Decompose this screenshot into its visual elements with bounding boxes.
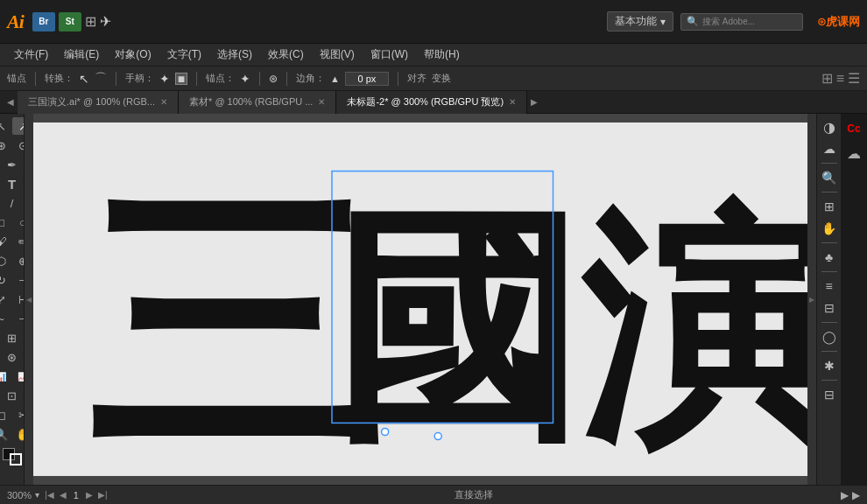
pencil-tool[interactable]: ✏ [12, 233, 25, 250]
ellipse-tool[interactable]: ○ [12, 214, 25, 231]
paintbrush-tool[interactable]: 🖌 [0, 233, 11, 250]
bar-graph-tool[interactable]: 📈 [12, 368, 25, 385]
adobe-icon2[interactable]: ☁ [842, 142, 865, 164]
color-icon[interactable]: ◑ [820, 117, 839, 136]
option-icon5[interactable]: ⊛ [269, 73, 278, 85]
menu-edit[interactable]: 编辑(E) [57, 46, 106, 64]
far-right-panel: Cc ☁ [841, 114, 867, 485]
width-tool[interactable]: ⊣ [12, 310, 25, 327]
search-panel-icon[interactable]: 🔍 [820, 168, 839, 187]
right-sep4 [821, 271, 837, 272]
page-prev[interactable]: ◀ [60, 490, 67, 500]
status-arrow[interactable]: ▶ [841, 489, 849, 501]
blob-tool[interactable]: ⊕ [12, 252, 25, 270]
cc-icon[interactable]: Cc [842, 117, 865, 140]
warp-tool[interactable]: ~ [0, 310, 11, 327]
panel-icon2[interactable]: ≡ [836, 71, 844, 87]
handle-icon2[interactable]: ■ [175, 73, 187, 85]
tabs-bar: ◀ 三国演义.ai* @ 100% (RGB... ✕ 素材* @ 100% (… [0, 91, 867, 114]
page-next[interactable]: ▶ [86, 490, 93, 500]
tab-untitled[interactable]: 未标题-2* @ 300% (RGB/GPU 预览) ✕ [336, 91, 527, 114]
tab-untitled-close[interactable]: ✕ [509, 97, 516, 107]
search-bar[interactable]: 🔍 搜索 Adobe... [680, 13, 803, 31]
workspace-selector[interactable]: 基本功能 ▾ [607, 11, 673, 32]
menu-select[interactable]: 选择(S) [210, 46, 259, 64]
club-icon[interactable]: ♣ [820, 248, 839, 267]
stock-icon[interactable]: St [59, 12, 81, 32]
tab-sucai[interactable]: 素材* @ 100% (RGB/GPU ... ✕ [179, 91, 336, 114]
canvas-area[interactable]: ◀ 三 國 [25, 114, 816, 485]
free-transform-tool[interactable]: ⊞ [2, 329, 23, 346]
anchor-label: 锚点 [7, 72, 26, 85]
column-graph-tool[interactable]: 📊 [0, 368, 11, 385]
convert-icon2[interactable]: ⌒ [95, 71, 107, 87]
cloud-icon[interactable]: ☁ [820, 139, 839, 158]
zoom-tool[interactable]: 🔍 [0, 425, 11, 443]
page-prev-start[interactable]: |◀ [45, 490, 54, 500]
reshape-tool[interactable]: ⊢ [12, 290, 25, 308]
select-tool[interactable]: ↖ [0, 117, 11, 135]
status-scroll[interactable]: ▶ [852, 489, 860, 501]
menu-icon[interactable]: ≡ [820, 276, 839, 296]
menu-type[interactable]: 文字(T) [160, 46, 208, 64]
px-input[interactable] [345, 72, 389, 86]
scale-tool[interactable]: ⤢ [0, 290, 11, 308]
tabs-nav-right[interactable]: ▶ [527, 91, 541, 114]
menu-object[interactable]: 对象(O) [108, 46, 158, 64]
symbol-tool[interactable]: ⊛ [2, 348, 23, 366]
lasso-tool[interactable]: ⊙ [12, 136, 25, 154]
zoom-chevron[interactable]: ▾ [35, 490, 39, 500]
sun-icon[interactable]: ✱ [820, 356, 839, 375]
handle-icon1[interactable]: ✦ [159, 72, 170, 86]
reflect-tool[interactable]: ⊣ [12, 271, 25, 289]
menu-view[interactable]: 视图(V) [313, 46, 362, 64]
page-next-end[interactable]: ▶| [98, 490, 108, 500]
rect-tool[interactable]: □ [0, 214, 11, 231]
eraser-tool[interactable]: ◻ [0, 406, 11, 424]
canvas-scroll-left[interactable]: ◀ [25, 114, 33, 485]
anchor2-icon[interactable]: ✦ [240, 72, 250, 86]
pen-tool[interactable]: ✒ [2, 156, 23, 173]
panel-icon1[interactable]: ⊞ [821, 70, 833, 87]
tabs-nav-left[interactable]: ◀ [4, 91, 18, 114]
menu-file[interactable]: 文件(F) [7, 46, 55, 64]
line-tool[interactable]: / [2, 194, 23, 212]
stroke-swatch[interactable] [10, 453, 22, 466]
circle-icon[interactable]: ◯ [820, 327, 839, 346]
tab-sucai-close[interactable]: ✕ [318, 97, 325, 107]
handle-bottom-left[interactable] [382, 428, 389, 435]
canvas-scroll-right[interactable]: ▶ [807, 114, 816, 485]
lasso-tools: ⊛ ⊙ [0, 136, 25, 154]
workspace-label: 基本功能 [615, 14, 657, 29]
panel-icon3[interactable]: ☰ [848, 70, 860, 87]
canvas-content: 三 國 演 [33, 122, 807, 476]
menu-effect[interactable]: 效果(C) [261, 46, 311, 64]
tab-sanguo[interactable]: 三国演义.ai* @ 100% (RGB... ✕ [18, 91, 179, 114]
rotate-tool[interactable]: ↻ [0, 271, 11, 289]
char-guo-group[interactable]: 國 [332, 172, 580, 476]
convert-icon1[interactable]: ↖ [79, 72, 89, 86]
page-number: 1 [74, 490, 79, 500]
grid-icon[interactable]: ⊞ [85, 13, 96, 30]
scissors-tool[interactable]: ✂ [12, 406, 25, 424]
shaper-tool[interactable]: ⬡ [0, 252, 11, 270]
hand-tool[interactable]: ✋ [12, 425, 25, 443]
menu-window[interactable]: 窗口(W) [363, 46, 415, 64]
corner-chevron[interactable]: ▲ [330, 74, 340, 84]
stack-icon[interactable]: ⊟ [820, 385, 839, 404]
right-sep5 [821, 322, 837, 323]
text-tool[interactable]: T [2, 175, 23, 192]
layers-icon[interactable]: ⊟ [820, 298, 839, 318]
slice-tool[interactable]: ⊡ [2, 387, 23, 404]
handle-bottom-mid[interactable] [434, 433, 441, 440]
grid-panel-icon[interactable]: ⊞ [820, 197, 839, 216]
bridge-icon[interactable]: Br [32, 12, 55, 32]
magic-wand-tool[interactable]: ⊛ [0, 136, 11, 154]
fill-stroke-stack[interactable] [3, 448, 22, 466]
menu-help[interactable]: 帮助(H) [417, 46, 467, 64]
convert-label: 转换： [45, 72, 74, 85]
hand-panel-icon[interactable]: ✋ [820, 219, 839, 238]
zoom-value: 300% [7, 490, 32, 500]
direct-select-tool[interactable]: ↗ [12, 117, 25, 135]
tab-sanguo-close[interactable]: ✕ [160, 97, 167, 107]
